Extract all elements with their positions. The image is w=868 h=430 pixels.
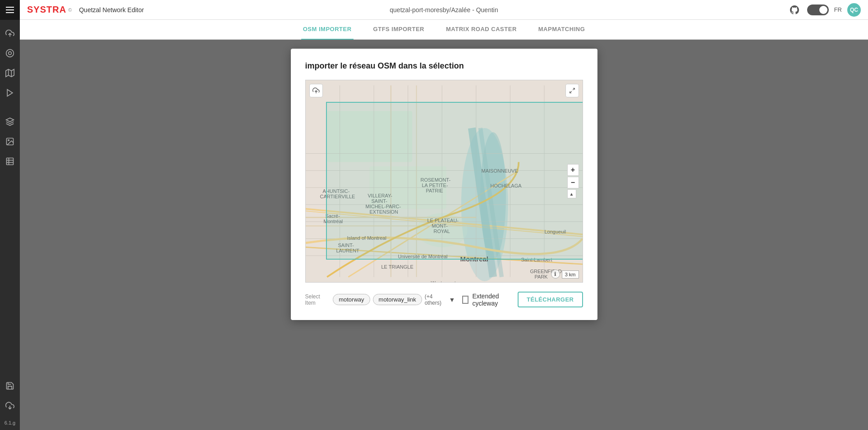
svg-point-16: [461, 128, 508, 281]
tag-others: (+4 others): [425, 293, 445, 306]
svg-rect-15: [306, 85, 583, 277]
main-area: SYSTRA © Quetzal Network Editor quetzal-…: [20, 0, 868, 430]
map-label-plateau1: LE PLATEAU-: [427, 218, 459, 223]
svg-marker-6: [7, 90, 13, 96]
tag-chips-container: motorway motorway_link (+4 others) ▼: [333, 293, 457, 306]
svg-line-23: [348, 170, 519, 277]
svg-line-47: [569, 91, 571, 93]
sidebar-item-save[interactable]: [0, 376, 20, 396]
dropdown-arrow[interactable]: ▼: [447, 293, 457, 306]
svg-line-24: [306, 247, 583, 264]
map-label-st-laurent1: SAINT-: [338, 242, 354, 248]
download-button[interactable]: TÉLÉCHARGER: [518, 292, 583, 307]
map-label-montreal: Montreal: [460, 255, 489, 263]
header-actions: FR QC: [787, 3, 861, 17]
content-area: importer le réseau OSM dans la sélection: [20, 40, 868, 430]
tab-gtfs-importer[interactable]: GTFS IMPORTER: [372, 20, 426, 40]
tab-osm-importer[interactable]: OSM IMPORTER: [301, 20, 354, 40]
svg-marker-3: [6, 69, 14, 77]
osm-import-dialog: importer le réseau OSM dans la sélection: [291, 49, 597, 320]
map-label-rosemont1: ROSEMONT-: [421, 177, 451, 183]
map-label-hochelaga: HOCHELAGA: [491, 183, 522, 188]
sidebar-item-network[interactable]: [0, 43, 20, 63]
extended-cycleway-checkbox[interactable]: [462, 296, 468, 304]
map-label-le-triangle: LE TRIANGLE: [381, 264, 413, 270]
map-label-villeray1: VILLERAY-: [368, 193, 392, 198]
project-name: quetzal-port-moresby/Azalée - Quentin: [390, 6, 498, 14]
map-label-longueuil: Longueuil: [545, 229, 566, 234]
map-fullscreen-button[interactable]: [565, 84, 579, 97]
sidebar-item-run[interactable]: [0, 83, 20, 103]
tab-mapmatching[interactable]: MAPMATCHING: [537, 20, 587, 40]
svg-rect-19: [369, 166, 446, 209]
zoom-in-button[interactable]: +: [567, 164, 579, 176]
map-label-villeray4: EXTENSION: [370, 209, 399, 215]
map-label-sacre2: Montréal: [324, 219, 343, 224]
svg-point-20: [416, 213, 467, 247]
sidebar-item-images[interactable]: [0, 132, 20, 151]
dialog-title: importer le réseau OSM dans la sélection: [305, 61, 583, 71]
map-label-maisonneuve: MAISONNEUVE: [482, 168, 518, 174]
north-button[interactable]: ▲: [567, 189, 576, 198]
tag-motorway[interactable]: motorway: [333, 294, 370, 305]
map-label-ahuntsic1: AHUNTSIC-: [323, 188, 350, 194]
map-label-rosemont2: LA PETITE-: [422, 183, 448, 188]
tabs-bar: OSM IMPORTER GTFS IMPORTER MATRIX ROAD C…: [20, 20, 868, 40]
logo-text: SYSTRA: [27, 5, 66, 15]
map-label-ahuntsic2: CARTIERVILLE: [320, 194, 355, 199]
sidebar-item-table[interactable]: [0, 151, 20, 171]
sidebar-item-download[interactable]: [0, 396, 20, 416]
svg-point-2: [9, 52, 12, 55]
select-item-label: Select Item: [305, 293, 326, 306]
map-label-plateau2: MONT-: [432, 223, 448, 229]
logo: SYSTRA ©: [27, 5, 72, 15]
svg-line-46: [573, 88, 574, 90]
svg-rect-18: [327, 111, 412, 162]
svg-line-21: [306, 209, 583, 234]
svg-line-39: [472, 128, 493, 277]
tag-motorway-link[interactable]: motorway_link: [373, 294, 422, 305]
map-zoom-controls: + − ▲: [567, 164, 579, 198]
sidebar-item-map[interactable]: [0, 63, 20, 83]
map-label-rosemont3: PATRIE: [426, 188, 443, 193]
map-selection-rectangle: [326, 102, 583, 260]
map-label-westmount: Westmount: [431, 280, 456, 283]
map-label-saint-lambert: Saint-Lambert: [521, 257, 552, 262]
map-label-island: Island of Montreal: [347, 235, 386, 241]
settings-toggle[interactable]: [807, 5, 829, 15]
tab-matrix-road-caster[interactable]: MATRIX ROAD CASTER: [444, 20, 519, 40]
map-container[interactable]: MAISONNEUVE ROSEMONT- LA PETITE- PATRIE …: [305, 80, 583, 283]
language-button[interactable]: FR: [834, 6, 842, 13]
map-scale: 3 km: [562, 270, 579, 279]
app-version: 6.1.g: [5, 416, 15, 430]
svg-point-9: [8, 140, 9, 141]
svg-line-22: [306, 211, 583, 237]
svg-point-17: [480, 132, 506, 260]
dialog-bottom-bar: Select Item motorway motorway_link (+4 o…: [305, 292, 583, 307]
upload-icon-btn[interactable]: [309, 84, 323, 97]
extended-cycleway-label: Extended cycleway: [472, 293, 512, 307]
map-label-villeray2: SAINT-: [372, 198, 387, 204]
svg-rect-10: [7, 158, 14, 165]
map-info-button[interactable]: ℹ: [551, 270, 560, 279]
map-label-villeray3: MICHEL-PARC-: [366, 204, 401, 209]
sidebar: 6.1.g: [0, 0, 20, 430]
hamburger-menu[interactable]: [0, 0, 20, 20]
sidebar-item-layers[interactable]: [0, 112, 20, 132]
map-upload-button[interactable]: [309, 84, 323, 97]
svg-line-40: [480, 128, 501, 277]
github-button[interactable]: [787, 3, 802, 17]
app-title: Quetzal Network Editor: [79, 6, 144, 14]
logo-copyright: ©: [68, 7, 72, 13]
sidebar-item-upload[interactable]: [0, 23, 20, 43]
map-label-greenfield2: PARK: [535, 274, 548, 279]
header: SYSTRA © Quetzal Network Editor quetzal-…: [20, 0, 868, 20]
zoom-out-button[interactable]: −: [567, 177, 579, 188]
map-label-plateau3: ROYAL: [434, 229, 450, 234]
map-label-st-laurent2: LAURENT: [336, 248, 359, 253]
user-avatar[interactable]: QC: [847, 3, 861, 17]
svg-marker-7: [6, 118, 14, 122]
svg-point-1: [6, 50, 14, 57]
map-label-udem: Université de Montréal: [398, 254, 448, 259]
fullscreen-icon-btn[interactable]: [565, 84, 579, 97]
